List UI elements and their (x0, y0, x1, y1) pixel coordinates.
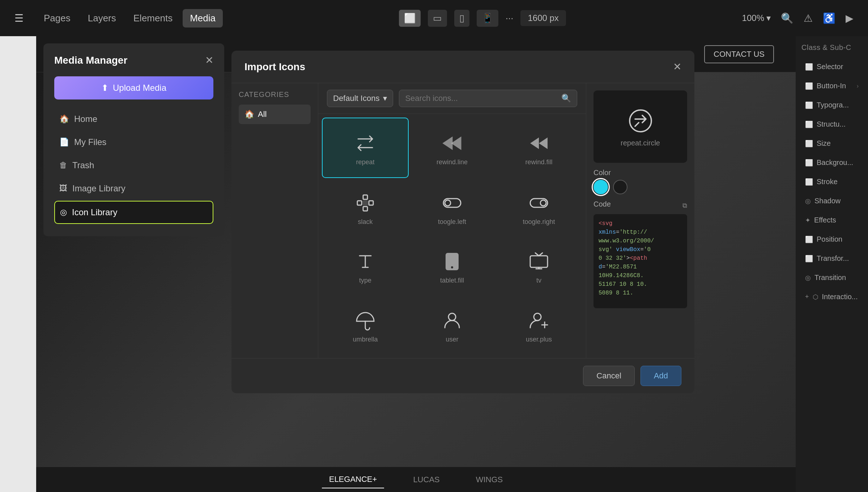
mm-nav-image-library[interactable]: 🖼 Image Library (54, 178, 213, 199)
structure-icon: ⬜ (805, 120, 813, 128)
rp-shadow[interactable]: ◎ Shadow (801, 192, 862, 210)
icon-rewind-line-label: rewind.line (437, 158, 468, 166)
nav-layers[interactable]: Layers (81, 9, 123, 27)
svg-rect-19 (357, 201, 362, 205)
svg-rect-23 (363, 201, 367, 205)
mm-nav-image-label: Image Library (72, 183, 125, 194)
device-tablet[interactable]: ▯ (454, 10, 469, 27)
copy-code-button[interactable]: ⧉ (682, 202, 687, 209)
resolution-display: 1600 px (520, 10, 566, 26)
icon-repeat-label: repeat (356, 158, 374, 166)
svg-marker-18 (539, 137, 548, 149)
media-manager-close-button[interactable]: ✕ (205, 54, 213, 66)
device-mobile[interactable]: 📱 (477, 10, 498, 27)
icon-type-label: type (359, 277, 371, 284)
file-icon: 📄 (59, 137, 69, 147)
mm-nav-files-label: My Files (74, 137, 106, 147)
tab-wings[interactable]: WINGS (469, 471, 510, 488)
rewind-fill-svg (527, 132, 550, 155)
rp-interaction[interactable]: + ⬡ Interactio... (801, 288, 862, 306)
rp-structure-label: Structu... (817, 120, 846, 128)
nav-media[interactable]: Media (183, 9, 223, 27)
svg-rect-24 (443, 199, 461, 207)
media-manager-panel: Media Manager ✕ ⬆ Upload Media 🏠 Home 📄 … (43, 43, 224, 236)
modal-footer: Cancel Add (231, 358, 694, 393)
mm-nav-my-files[interactable]: 📄 My Files (54, 131, 213, 153)
accessibility-icon[interactable]: ♿ (823, 12, 835, 24)
search-icon[interactable]: 🔍 (781, 12, 793, 24)
tab-elegance[interactable]: ELEGANCE+ (322, 471, 384, 488)
icon-umbrella[interactable]: umbrella (322, 296, 409, 355)
icon-tv[interactable]: tv (495, 237, 582, 296)
nav-elements[interactable]: Elements (126, 9, 180, 27)
rp-size[interactable]: ⬜ Size (801, 134, 862, 153)
modal-header: Import Icons ✕ (231, 51, 694, 83)
rp-structure[interactable]: ⬜ Structu... (801, 115, 862, 133)
zoom-display[interactable]: 100% ▾ (742, 13, 771, 23)
preview-area: repeat.circle (593, 90, 687, 163)
warning-icon[interactable]: ⚠ (804, 12, 813, 24)
interaction-expand-icon: + (805, 293, 809, 301)
color-swatch-white[interactable] (593, 180, 608, 194)
icon-rewind-line[interactable]: rewind.line (409, 118, 495, 178)
mm-nav-home[interactable]: 🏠 Home (54, 108, 213, 130)
right-panel-title: Class & Sub-C (801, 43, 862, 52)
rp-background[interactable]: ⬜ Backgrou... (801, 153, 862, 172)
rp-typography-label: Typogra... (817, 101, 849, 109)
preview-icon-name: repeat.circle (621, 139, 660, 147)
type-svg (354, 250, 377, 273)
rp-shadow-label: Shadow (814, 197, 841, 205)
media-manager-title: Media Manager (54, 55, 127, 66)
rp-transition[interactable]: ◎ Transition (801, 268, 862, 287)
tab-lucas[interactable]: LUCAS (406, 471, 447, 488)
svg-rect-21 (369, 201, 373, 205)
icon-toggle-right[interactable]: toogle.right (495, 178, 582, 237)
device-tablet-landscape[interactable]: ▭ (428, 10, 447, 27)
play-icon[interactable]: ▶ (846, 12, 854, 24)
rp-button-in[interactable]: ⬜ Button-In › (801, 77, 862, 95)
rp-background-label: Backgrou... (817, 158, 853, 167)
mm-nav-icon-library[interactable]: ◎ Icon Library (54, 201, 213, 224)
icon-toggle-left[interactable]: toogle.left (409, 178, 495, 237)
upload-media-button[interactable]: ⬆ Upload Media (54, 76, 213, 99)
search-submit-icon[interactable]: 🔍 (561, 94, 571, 103)
svg-rect-20 (363, 195, 367, 199)
icon-user[interactable]: user (409, 296, 495, 355)
menu-icon[interactable]: ☰ (14, 12, 24, 24)
upload-icon: ⬆ (101, 83, 109, 93)
mm-nav-trash[interactable]: 🗑 Trash (54, 154, 213, 176)
icons-dropdown[interactable]: Default Icons ▾ (327, 90, 393, 107)
icons-panel: Default Icons ▾ 🔍 repeat (318, 83, 586, 358)
icon-tablet-fill[interactable]: tablet.fill (409, 237, 495, 296)
icon-repeat[interactable]: repeat (322, 118, 409, 178)
icon-rewind-fill[interactable]: rewind.fill (495, 118, 582, 178)
icons-toolbar: Default Icons ▾ 🔍 (318, 83, 586, 114)
rp-selector[interactable]: ⬜ Selector (801, 58, 862, 76)
color-swatches (593, 180, 687, 194)
icons-grid: repeat rewind.line rewind.fi (318, 114, 586, 358)
modal-close-button[interactable]: ✕ (673, 61, 681, 73)
icon-user-plus[interactable]: user.plus (495, 296, 582, 355)
more-options-icon[interactable]: ··· (506, 13, 514, 24)
rp-typography[interactable]: ⬜ Typogra... (801, 96, 862, 114)
device-desktop[interactable]: ⬜ (399, 10, 421, 27)
color-label: Color (593, 169, 687, 177)
color-swatch-black[interactable] (613, 180, 627, 194)
icon-type[interactable]: type (322, 237, 409, 296)
rp-effects[interactable]: ✦ Effects (801, 211, 862, 229)
nav-pages[interactable]: Pages (37, 9, 78, 27)
cancel-button[interactable]: Cancel (583, 366, 634, 386)
rp-position[interactable]: ⬜ Position (801, 230, 862, 249)
icon-umbrella-label: umbrella (353, 336, 378, 343)
svg-marker-17 (530, 137, 539, 149)
category-all[interactable]: 🏠 All (239, 105, 311, 124)
icon-slack[interactable]: slack (322, 178, 409, 237)
size-icon: ⬜ (805, 140, 813, 148)
add-button[interactable]: Add (641, 366, 681, 386)
rp-stroke[interactable]: ⬜ Stroke (801, 173, 862, 191)
search-input[interactable] (405, 94, 558, 103)
rp-transform[interactable]: ⬜ Transfor... (801, 249, 862, 268)
background-icon: ⬜ (805, 159, 813, 167)
mm-nav-trash-label: Trash (72, 160, 94, 170)
contact-us-button[interactable]: CONTACT US (704, 45, 774, 63)
